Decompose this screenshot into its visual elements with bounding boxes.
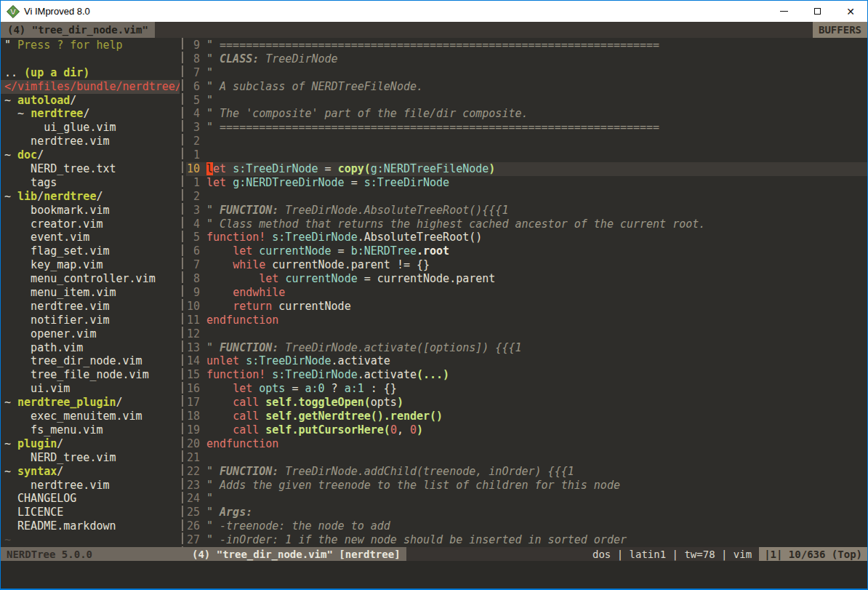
tree-item[interactable]: exec_menuitem.vim xyxy=(1,410,180,423)
code-line[interactable]: 5" xyxy=(186,94,867,108)
token-w: .activate xyxy=(331,354,390,367)
code-line[interactable]: 4" Class method that returns the highest… xyxy=(186,218,867,231)
tree-item[interactable]: fs_menu.vim xyxy=(1,423,180,437)
code-line[interactable]: 11endfunction xyxy=(186,314,867,327)
minimize-button[interactable] xyxy=(767,1,800,22)
tree-item[interactable]: ~ nerdtree/ xyxy=(1,107,180,121)
tree-item[interactable]: nerdtree.vim xyxy=(1,479,180,493)
token-d: (up a dir) xyxy=(24,66,89,79)
tree-item[interactable]: ~ plugin/ xyxy=(1,437,180,451)
code-line[interactable]: 21 xyxy=(186,451,867,465)
token-cb: FUNCTION: xyxy=(220,341,278,354)
token-c: TreeDirNode.addChild(treenode, inOrder) … xyxy=(278,465,574,478)
token-i: s:TreeDirNode xyxy=(364,176,449,189)
tree-item[interactable]: CHANGELOG xyxy=(1,492,180,506)
code-line[interactable]: 2 xyxy=(186,190,867,204)
line-number: 27 xyxy=(186,533,200,547)
code-line[interactable]: 27" -inOrder: 1 if the new node should b… xyxy=(186,533,867,547)
code-line[interactable]: 18 call self.getNerdtree().render() xyxy=(186,410,867,423)
code-line[interactable]: 5function! s:TreeDirNode.AbsoluteTreeRoo… xyxy=(186,231,867,244)
tree-item[interactable]: ~ lib/nerdtree/ xyxy=(1,190,180,204)
code-line[interactable]: 3" FUNCTION: TreeDirNode.AbsoluteTreeRoo… xyxy=(186,204,867,218)
code-line[interactable]: 23" Adds the given treenode to the list … xyxy=(186,479,867,493)
close-button[interactable]: ✕ xyxy=(834,1,867,22)
statusline-file: (4) "tree_dir_node.vim" [nerdtree] xyxy=(186,547,406,561)
tree-item[interactable]: bookmark.vim xyxy=(1,204,180,218)
tree-item[interactable]: creator.vim xyxy=(1,218,180,231)
code-line[interactable]: 9" =====================================… xyxy=(186,39,867,52)
tree-item[interactable]: tags xyxy=(1,176,180,190)
code-line[interactable]: 15function! s:TreeDirNode.activate(...) xyxy=(186,368,867,382)
code-line[interactable]: 6" A subclass of NERDTreeFileNode. xyxy=(186,80,867,94)
token-w: currentNode.parent != {} xyxy=(272,258,430,271)
token-c: " -treenode: the node to add xyxy=(206,519,390,533)
token-f: ) xyxy=(397,396,403,409)
tree-item[interactable]: tree_file_node.vim xyxy=(1,368,180,382)
code-line[interactable]: 16 let opts = a:0 ? a:1 : {} xyxy=(186,382,867,396)
tree-item[interactable]: nerdtree.vim xyxy=(1,300,180,314)
code-line[interactable]: 8" CLASS: TreeDirNode xyxy=(186,52,867,66)
tree-item[interactable]: notifier.vim xyxy=(1,314,180,327)
tree-item[interactable]: NERD_tree.txt xyxy=(1,162,180,176)
tree-item[interactable]: NERD_tree.vim xyxy=(1,451,180,465)
tree-item[interactable]: ~ xyxy=(1,533,180,547)
token-w: menu_controller.vim xyxy=(4,272,156,285)
code-line[interactable]: 4" The 'composite' part of the file/dir … xyxy=(186,107,867,121)
code-line[interactable]: 9 endwhile xyxy=(186,286,867,300)
code-line[interactable]: 2 xyxy=(186,135,867,148)
code-line[interactable]: 1 xyxy=(186,148,867,162)
code-line[interactable]: 7 while currentNode.parent != {} xyxy=(186,258,867,272)
tree-item[interactable]: flag_set.vim xyxy=(1,244,180,258)
code-line[interactable]: 17 call self.toggleOpen(opts) xyxy=(186,396,867,410)
code-line[interactable]: 6 let currentNode = b:NERDTree.root xyxy=(186,244,867,258)
token-w: README.markdown xyxy=(4,519,116,533)
code-line[interactable]: 13" FUNCTION: TreeDirNode.activate([opti… xyxy=(186,341,867,355)
tree-item[interactable]: opener.vim xyxy=(1,327,180,341)
code-line[interactable]: 8 let currentNode = currentNode.parent xyxy=(186,272,867,286)
code-line[interactable]: 20endfunction xyxy=(186,437,867,451)
token-w: / xyxy=(57,437,63,450)
nerdtree-panel: " Press ? for help.. (up a dir)</vimfile… xyxy=(1,38,180,547)
tree-item[interactable]: menu_controller.vim xyxy=(1,272,180,286)
code-line[interactable]: 10 return currentNode xyxy=(186,300,867,314)
line-number: 2 xyxy=(186,135,200,148)
code-line[interactable]: 24" xyxy=(186,492,867,506)
code-line[interactable]: 1let g:NERDTreeDirNode = s:TreeDirNode xyxy=(186,176,867,190)
token-c: " xyxy=(206,465,220,478)
code-line[interactable]: 3" =====================================… xyxy=(186,121,867,135)
tree-item[interactable]: path.vim xyxy=(1,341,180,355)
code-line[interactable]: 12 xyxy=(186,327,867,341)
tree-root-item[interactable]: </vimfiles/bundle/nerdtree/ xyxy=(1,80,180,94)
tree-item[interactable]: ui_glue.vim xyxy=(1,121,180,135)
vertical-split-separator[interactable] xyxy=(180,38,186,547)
code-line[interactable]: 26" -treenode: the node to add xyxy=(186,519,867,533)
tree-item[interactable]: tree_dir_node.vim xyxy=(1,354,180,368)
tree-item[interactable]: LICENCE xyxy=(1,506,180,519)
tree-item[interactable]: key_map.vim xyxy=(1,258,180,272)
code-line[interactable]: 25" Args: xyxy=(186,506,867,519)
token-d: syntax xyxy=(17,465,57,478)
line-text: " Args: xyxy=(206,506,867,519)
token-w xyxy=(206,423,233,436)
tree-item[interactable]: nerdtree.vim xyxy=(1,135,180,148)
code-line[interactable]: 19 call self.putCursorHere(0, 0) xyxy=(186,423,867,437)
tree-item[interactable]: ui.vim xyxy=(1,382,180,396)
tree-item[interactable]: " Press ? for help xyxy=(1,39,180,52)
code-line[interactable]: 14unlet s:TreeDirNode.activate xyxy=(186,354,867,368)
tree-item[interactable]: ~ nerdtree_plugin/ xyxy=(1,396,180,410)
code-line-cursor[interactable]: 10let s:TreeDirNode = copy(g:NERDTreeFil… xyxy=(186,162,867,176)
code-line[interactable]: 7" xyxy=(186,66,867,80)
tree-item[interactable]: README.markdown xyxy=(1,519,180,533)
tree-item[interactable]: menu_item.vim xyxy=(1,286,180,300)
tree-item[interactable]: ~ autoload/ xyxy=(1,94,180,108)
command-line-area[interactable] xyxy=(1,561,867,589)
tree-item[interactable]: ~ syntax/ xyxy=(1,465,180,479)
tree-item[interactable]: ~ doc/ xyxy=(1,148,180,162)
tree-item[interactable]: event.vim xyxy=(1,231,180,244)
code-line[interactable]: 22" FUNCTION: TreeDirNode.addChild(treen… xyxy=(186,465,867,479)
tab-tree-dir-node[interactable]: (4) "tree_dir_node.vim" xyxy=(1,22,155,38)
tree-item[interactable]: .. (up a dir) xyxy=(1,66,180,80)
maximize-button[interactable] xyxy=(800,1,834,22)
token-k: endwhile xyxy=(233,286,285,299)
token-w: ~ xyxy=(4,465,17,478)
